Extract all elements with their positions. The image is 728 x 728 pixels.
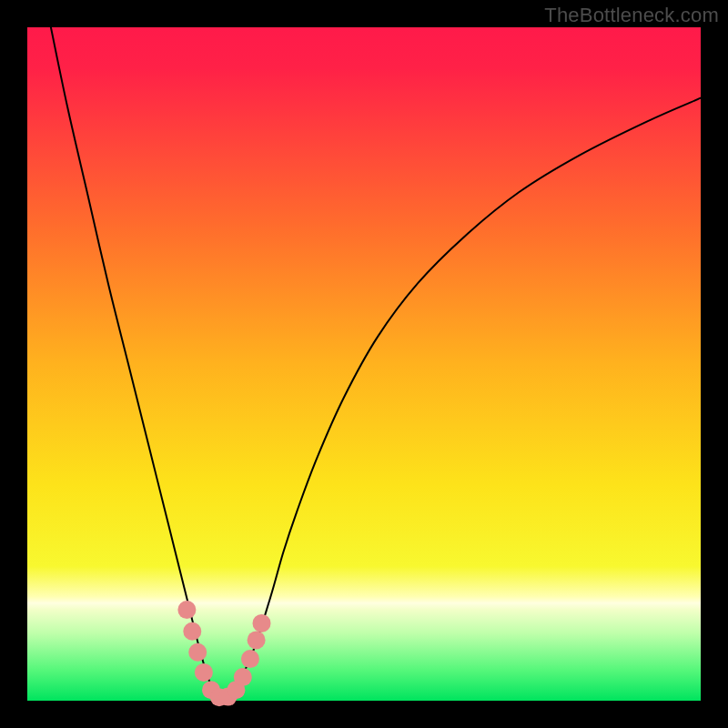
curve-marker (234, 668, 252, 686)
curve-marker (253, 614, 271, 632)
watermark-text: TheBottleneck.com (544, 4, 719, 27)
chart-frame: TheBottleneck.com (0, 0, 728, 728)
curve-marker (241, 650, 259, 668)
bottleneck-chart (0, 0, 728, 728)
curve-marker (188, 643, 207, 662)
curve-marker (195, 663, 213, 682)
curve-marker (248, 631, 266, 649)
curve-marker (183, 622, 201, 641)
curve-marker (177, 601, 196, 619)
